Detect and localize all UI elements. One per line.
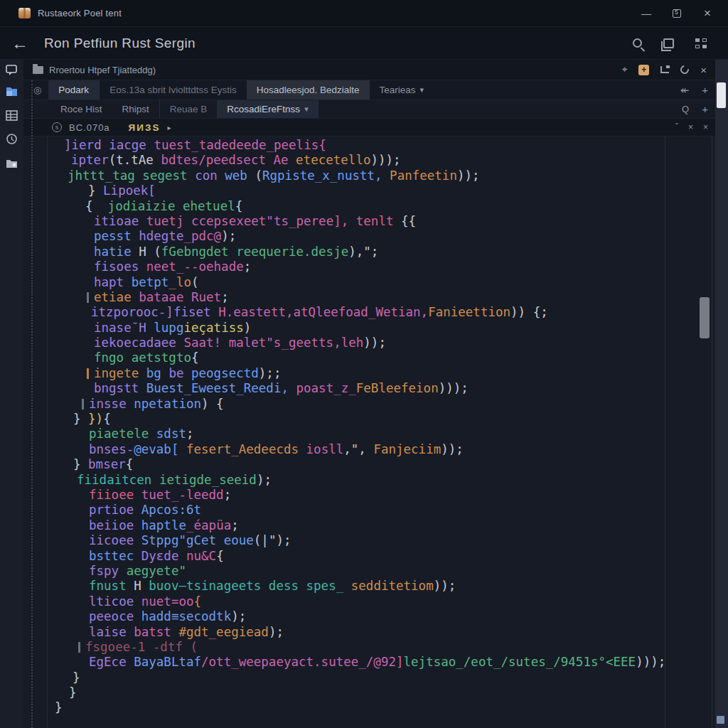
maximize-icon[interactable] — [673, 9, 681, 18]
code-token: ]ierd iacge — [64, 138, 154, 152]
run-bar: s BC.070a ЯИЗЅ ▸ ˇ × × — [23, 119, 715, 136]
code-line: pesst hdegte_pdc@); — [54, 229, 715, 244]
comment-icon[interactable] — [5, 64, 18, 76]
project-folder-icon[interactable] — [5, 85, 18, 97]
code-line: piaetele sdst; — [54, 427, 715, 441]
tab-label: Tearieas — [380, 85, 416, 95]
code-token: Dyεde — [141, 549, 186, 563]
vcs-folder-icon[interactable] — [5, 157, 18, 169]
chevron-down-icon[interactable]: ▾ — [420, 85, 424, 95]
refresh-icon[interactable] — [679, 64, 691, 76]
code-token: BayaBLtaf — [134, 655, 201, 669]
run-target-label[interactable]: ЯИЗЅ — [129, 122, 161, 133]
back-icon[interactable]: ← — [11, 35, 28, 52]
code-token: ( — [191, 275, 199, 289]
code-token: } — [73, 670, 80, 685]
run-arrow-icon[interactable]: ▸ — [167, 124, 171, 132]
tab-hosadleesjod-bedzialte[interactable]: Hosadleesjod. Bedzialte — [247, 80, 370, 100]
code-token: } — [73, 412, 88, 426]
code-token: buov—tsinageets dess spes_ — [149, 579, 350, 593]
code-editor[interactable]: ]ierd iacge tuest_tadedeede_peelis{ipter… — [23, 136, 715, 728]
tab-tearieas[interactable]: Tearieas▾ — [370, 80, 434, 100]
code-token: ipter — [71, 153, 109, 167]
code-line: etiae bataae Ruet; — [54, 290, 715, 305]
code-token: be — [168, 366, 191, 380]
tab-bar-primary: ◎ PodarkEos.13a sbrit Iviolttdtss Eystis… — [23, 80, 715, 100]
code-token: fiioee — [89, 488, 141, 502]
grid-icon[interactable] — [695, 38, 707, 48]
copy-icon[interactable] — [663, 38, 674, 48]
stripe-marker — [717, 716, 724, 724]
code-token: nu&C — [186, 549, 216, 563]
record-icon[interactable]: ◎ — [33, 85, 41, 95]
code-token: insse — [89, 397, 134, 411]
code-line: } Lipoek[ — [54, 183, 715, 198]
code-token: )); — [363, 336, 386, 350]
close-icon[interactable]: × — [700, 64, 707, 76]
tab-label: Roce Hist — [60, 104, 102, 114]
title-bar: Rustaeork Poel tent — × — [0, 0, 728, 27]
add-tab-icon[interactable]: + — [702, 84, 708, 96]
history-icon[interactable] — [5, 133, 18, 145]
code-token: ))); — [370, 153, 400, 167]
code-line: } — [54, 685, 715, 700]
tab-podark[interactable]: Podark — [48, 80, 99, 100]
code-token: fnust — [89, 579, 134, 593]
code-token: etecetello — [296, 153, 370, 167]
chevron-down-icon[interactable]: ▾ — [304, 105, 309, 114]
search-icon[interactable] — [633, 38, 642, 48]
code-token: hdegte — [139, 229, 183, 243]
code-token: (t.tAe — [109, 153, 161, 167]
editor-scrollbar[interactable] — [700, 297, 710, 338]
code-token: _pdc@ — [183, 229, 221, 243]
gutter-divider — [47, 136, 48, 728]
tab-reuae-b[interactable]: Reuae B — [159, 100, 218, 118]
code-token: {{ — [401, 214, 416, 228]
add-config-icon[interactable]: + — [702, 103, 708, 115]
table-icon[interactable] — [5, 109, 18, 122]
code-token: }) — [88, 412, 103, 426]
tab-label: Eos.13a sbrit Iviolttdtss Eystis — [109, 85, 237, 95]
chevron-down-icon[interactable]: ˇ — [675, 122, 678, 132]
code-token: { — [318, 138, 326, 152]
code-line: } }){ — [54, 412, 715, 427]
minimize-panel-icon[interactable]: × — [688, 122, 693, 132]
close-panel-icon[interactable]: × — [703, 122, 708, 132]
code-token: /ott_weepaeyact.sutee_/@92] — [201, 655, 403, 669]
tab-rcosadiereftnss[interactable]: RcosadiEreFtnss▾ — [217, 100, 318, 118]
minimize-icon[interactable]: — — [640, 8, 653, 19]
close-icon[interactable]: × — [701, 6, 714, 21]
pin-icon[interactable]: ⌖ — [622, 64, 627, 75]
error-stripe — [715, 60, 728, 728]
plugin-icon[interactable]: + — [638, 65, 649, 75]
code-token: con — [195, 168, 225, 183]
cells-icon[interactable] — [660, 66, 669, 73]
code-token: npetation — [134, 397, 201, 411]
tab-rhipst[interactable]: Rhipst — [112, 100, 159, 118]
code-token: EgEce — [89, 655, 134, 669]
code-token: fGebngdet reequerie.desje — [161, 245, 348, 259]
code-token: Lipoek[ — [103, 183, 156, 198]
code-token: nuet=oo — [141, 594, 194, 609]
panel-splitter[interactable] — [31, 80, 33, 728]
tab-eos-13a-sbrit-iviolttdtss-eystis[interactable]: Eos.13a sbrit Iviolttdtss Eystis — [99, 80, 247, 100]
code-line: fsgoee-1 -dtf ( — [54, 640, 715, 655]
code-token: tuetj ccepsexeet"ts_peree], — [146, 214, 356, 228]
code-line: ipter(t.tAe bdtes/peedsect Ae etecetello… — [54, 153, 715, 168]
code-token: lupg — [154, 321, 183, 335]
code-line: iicoee Stppg"gCet eoue(|"); — [54, 533, 715, 548]
code-token: #gdt_eegiead — [178, 625, 268, 639]
navigate-back-icon[interactable]: ↞ — [680, 84, 690, 97]
stripe-scrollbar-thumb[interactable] — [717, 82, 726, 108]
main-toolbar: ← Ron Petfiun Rust Sergin — [0, 27, 728, 60]
search-tab-icon[interactable]: Q — [682, 104, 689, 114]
tab-label: RcosadiEreFtnss — [227, 104, 300, 114]
code-token: hadd≡secodtk — [141, 609, 231, 623]
code-token: itzporooc-]fiset — [91, 305, 218, 319]
tab-roce-hist[interactable]: Roce Hist — [50, 100, 112, 118]
code-token: jhttt_tag segest — [68, 168, 195, 183]
run-config-label[interactable]: BC.070a — [69, 122, 110, 133]
code-line: fspy aegyete" — [54, 564, 715, 579]
crate-icon[interactable]: s — [52, 122, 62, 132]
code-token: Saat! malet"s_geetts,leh — [183, 336, 363, 350]
